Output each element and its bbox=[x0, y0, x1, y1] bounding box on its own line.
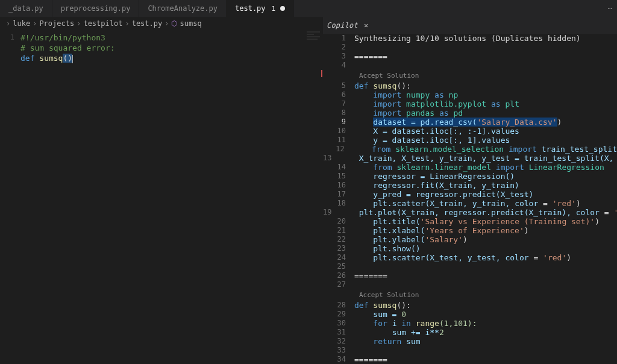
tab-bar: _data.py preprocessing.py ChromeAnalyze.… bbox=[0, 0, 617, 17]
breadcrumb-symbol-icon: ⬡ bbox=[171, 19, 177, 28]
copilot-panel-header: Copilot ✕ bbox=[323, 17, 617, 34]
tab-chromeanalyze-py[interactable]: ChromeAnalyze.py bbox=[139, 0, 227, 17]
breadcrumb[interactable]: › luke › Projects › testpilot › test.py … bbox=[0, 17, 322, 30]
chevron-icon: › bbox=[6, 19, 10, 28]
breadcrumb-part[interactable]: luke bbox=[13, 19, 30, 28]
accept-solution-1[interactable]: Accept Solution bbox=[323, 70, 617, 81]
copilot-title: Copilot bbox=[327, 21, 358, 30]
copilot-panel: Copilot ✕ 1Synthesizing 10/10 solutions … bbox=[323, 17, 617, 364]
breadcrumb-symbol[interactable]: sumsq bbox=[180, 19, 201, 28]
breadcrumb-part[interactable]: Projects bbox=[39, 19, 74, 28]
text-cursor bbox=[72, 55, 73, 63]
code-editor[interactable]: 1#!/usr/bin/python3 # sum squared error:… bbox=[0, 30, 322, 364]
copilot-body[interactable]: 1Synthesizing 10/10 solutions (Duplicate… bbox=[323, 34, 617, 364]
tab-data-py[interactable]: _data.py bbox=[0, 0, 52, 17]
tab-preprocessing-py[interactable]: preprocessing.py bbox=[52, 0, 140, 17]
more-icon[interactable]: ⋯ bbox=[603, 4, 617, 13]
breadcrumb-part[interactable]: test.py bbox=[132, 19, 163, 28]
tab-modified-count: 1 bbox=[272, 5, 276, 13]
tab-dirty-dot bbox=[280, 6, 285, 11]
tab-test-py[interactable]: test.py 1 bbox=[227, 0, 294, 17]
breadcrumb-part[interactable]: testpilot bbox=[83, 19, 122, 28]
accept-solution-2[interactable]: Accept Solution bbox=[323, 289, 617, 301]
editor-pane: › luke › Projects › testpilot › test.py … bbox=[0, 17, 323, 364]
minimap[interactable] bbox=[304, 30, 322, 66]
error-marker bbox=[321, 70, 322, 77]
close-icon[interactable]: ✕ bbox=[364, 21, 368, 30]
